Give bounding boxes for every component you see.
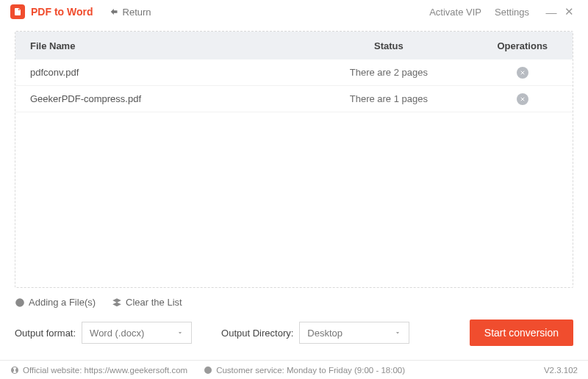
clear-list-label: Clear the List	[126, 297, 182, 308]
app-title: PDF to Word	[31, 6, 93, 18]
clear-list-button[interactable]: Clear the List	[112, 297, 182, 308]
add-icon	[15, 297, 25, 308]
clock-icon	[204, 366, 212, 375]
close-icon	[520, 96, 526, 102]
file-name: pdfconv.pdf	[15, 67, 305, 78]
table-row: pdfconv.pdfThere are 2 pages	[15, 59, 573, 86]
delete-row-button[interactable]	[517, 93, 528, 105]
official-website[interactable]: Official website: https://www.geekersoft…	[10, 366, 187, 375]
close-button[interactable]: ✕	[560, 5, 578, 18]
add-file-label: Adding a File(s)	[29, 297, 96, 308]
settings-link[interactable]: Settings	[495, 7, 529, 18]
start-conversion-button[interactable]: Start conversion	[470, 320, 573, 346]
table-row: GeekerPDF-compress.pdfThere are 1 pages	[15, 86, 573, 112]
file-status: There are 1 pages	[305, 93, 472, 104]
output-dir-value: Desktop	[307, 328, 343, 339]
clear-icon	[112, 297, 122, 308]
header-status: Status	[305, 40, 472, 51]
return-button[interactable]: Return	[110, 7, 151, 18]
file-panel: File Name Status Operations pdfconv.pdfT…	[15, 31, 573, 288]
output-format-label: Output format:	[15, 328, 76, 339]
table-header: File Name Status Operations	[15, 32, 573, 59]
minimize-button[interactable]: —	[542, 6, 560, 18]
chevron-down-icon	[394, 329, 401, 336]
version-label: V2.3.102	[544, 366, 578, 375]
globe-icon	[10, 366, 19, 375]
output-dir-select[interactable]: Desktop	[299, 322, 409, 344]
activate-vip-link[interactable]: Activate VIP	[429, 7, 481, 18]
customer-service: Customer service: Monday to Friday (9:00…	[204, 366, 405, 375]
return-icon	[110, 7, 120, 17]
close-icon	[520, 70, 526, 76]
add-file-button[interactable]: Adding a File(s)	[15, 297, 96, 308]
output-format-select[interactable]: Word (.docx)	[82, 322, 192, 344]
app-logo-icon	[10, 4, 25, 19]
header-operations: Operations	[473, 40, 573, 51]
file-name: GeekerPDF-compress.pdf	[15, 93, 305, 104]
return-label: Return	[123, 7, 151, 18]
delete-row-button[interactable]	[517, 67, 528, 79]
header-file: File Name	[15, 40, 305, 51]
chevron-down-icon	[176, 329, 184, 336]
file-status: There are 2 pages	[305, 67, 472, 78]
output-dir-label: Output Directory:	[221, 328, 293, 339]
output-format-value: Word (.docx)	[90, 328, 144, 339]
